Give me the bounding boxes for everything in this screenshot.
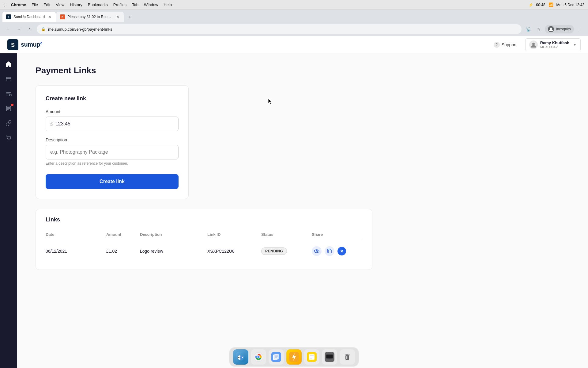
- view-menu[interactable]: View: [56, 2, 64, 7]
- chrome-menu[interactable]: Chrome: [11, 2, 26, 7]
- cell-linkid: XSXPC122U8: [207, 240, 261, 263]
- incognito-button[interactable]: Incognito: [545, 25, 574, 33]
- forward-button[interactable]: →: [15, 25, 23, 33]
- view-link-button[interactable]: [312, 246, 322, 256]
- more-button[interactable]: ⋮: [576, 25, 584, 33]
- address-input-container[interactable]: 🔒 me.sumup.com/en-gb/payment-links: [37, 24, 522, 34]
- address-bar: ← → ↻ 🔒 me.sumup.com/en-gb/payment-links…: [0, 22, 588, 36]
- battery-time: 00:48: [536, 3, 545, 7]
- lock-icon: 🔒: [41, 27, 46, 31]
- dock-chrome[interactable]: [251, 349, 266, 365]
- bookmarks-menu[interactable]: Bookmarks: [88, 2, 108, 7]
- sidebar-item-transactions[interactable]: [2, 88, 15, 100]
- cell-status: PENDING: [261, 240, 312, 263]
- create-link-button[interactable]: Create link: [46, 174, 179, 189]
- svg-text:S: S: [8, 16, 9, 18]
- window-menu[interactable]: Window: [144, 2, 158, 7]
- dock-finder[interactable]: [233, 349, 248, 365]
- svg-point-28: [242, 357, 243, 358]
- svg-point-19: [316, 251, 318, 252]
- sidebar-item-reports[interactable]: [2, 102, 15, 115]
- tab-rocket[interactable]: R Please pay £1.02 to Rocket Ge... ✕: [56, 12, 124, 22]
- svg-point-18: [314, 250, 319, 253]
- menu-bar:  Chrome File Edit View History Bookmark…: [0, 0, 588, 10]
- cell-date: 06/12/2021: [46, 240, 106, 263]
- svg-rect-10: [7, 80, 8, 80]
- dock-display[interactable]: [322, 349, 337, 365]
- new-tab-button[interactable]: +: [126, 13, 134, 21]
- sidebar-item-home[interactable]: [2, 58, 15, 71]
- back-button[interactable]: ←: [4, 25, 12, 33]
- tab-favicon-rocket: R: [60, 14, 65, 19]
- col-header-amount: Amount: [106, 229, 140, 240]
- links-table: Date Amount Description Link ID Status S…: [46, 229, 362, 262]
- status-badge: PENDING: [261, 247, 287, 255]
- profiles-menu[interactable]: Profiles: [113, 2, 126, 7]
- bookmark-icon[interactable]: ☆: [534, 25, 543, 33]
- sumup-logo: S sumup°: [7, 39, 43, 50]
- col-header-linkid: Link ID: [207, 229, 261, 240]
- support-button[interactable]: ? Support: [490, 40, 520, 50]
- create-card-title: Create new link: [46, 95, 179, 102]
- links-table-body: 06/12/2021 £1.02 Logo review XSXPC122U8 …: [46, 240, 362, 263]
- tab-close-rocket[interactable]: ✕: [115, 14, 120, 19]
- svg-rect-20: [328, 250, 331, 253]
- tab-menu[interactable]: Tab: [132, 2, 138, 7]
- sidebar-item-readers[interactable]: [2, 73, 15, 85]
- tab-close-sumup[interactable]: ✕: [47, 14, 52, 19]
- macos-dock: [229, 347, 359, 367]
- create-link-card: Create new link Amount £ Description Ent…: [36, 85, 189, 199]
- svg-rect-47: [326, 355, 333, 358]
- dock-notes[interactable]: [304, 349, 319, 365]
- battery-icon: ⚡: [529, 3, 533, 7]
- user-menu-button[interactable]: Ramy Khuffash MEXH934V ▼: [525, 38, 581, 51]
- user-dropdown-icon: ▼: [573, 43, 577, 47]
- cell-amount: £1.02: [106, 240, 140, 263]
- sumup-logo-icon: S: [7, 39, 18, 50]
- support-icon: ?: [494, 42, 500, 48]
- user-avatar: [529, 40, 538, 49]
- history-menu[interactable]: History: [70, 2, 82, 7]
- support-label: Support: [502, 42, 517, 47]
- dock-trash[interactable]: [340, 349, 355, 365]
- tab-title-sumup: SumUp Dashboard: [13, 15, 45, 19]
- apple-menu[interactable]: : [4, 2, 6, 8]
- col-header-date: Date: [46, 229, 106, 240]
- user-info: Ramy Khuffash MEXH934V: [540, 40, 569, 49]
- incognito-label: Incognito: [556, 27, 571, 31]
- description-label: Description: [46, 137, 179, 142]
- dock-thunderbolt[interactable]: [286, 349, 302, 365]
- reload-button[interactable]: ↻: [26, 25, 34, 33]
- file-menu[interactable]: File: [32, 2, 38, 7]
- col-header-status: Status: [261, 229, 312, 240]
- copy-link-button[interactable]: [325, 246, 334, 256]
- sidebar-item-links[interactable]: [2, 117, 15, 129]
- tab-favicon-sumup: S: [6, 14, 11, 19]
- table-row: 06/12/2021 £1.02 Logo review XSXPC122U8 …: [46, 240, 362, 263]
- browser-window: S SumUp Dashboard ✕ R Please pay £1.02 t…: [0, 10, 588, 36]
- help-menu[interactable]: Help: [164, 2, 172, 7]
- svg-point-17: [9, 140, 10, 140]
- svg-point-32: [258, 356, 260, 358]
- sidebar: [0, 53, 17, 368]
- clock: Mon 6 Dec 12:42: [556, 3, 584, 7]
- wifi-icon: 📶: [548, 2, 553, 7]
- content-wrapper: Payment Links Create new link Amount £ D…: [0, 53, 588, 368]
- svg-rect-51: [345, 355, 349, 360]
- amount-input[interactable]: [55, 121, 174, 127]
- svg-point-26: [240, 355, 244, 360]
- page-title: Payment Links: [36, 66, 570, 75]
- cast-icon[interactable]: 📡: [524, 25, 533, 33]
- tab-sumup-dashboard[interactable]: S SumUp Dashboard ✕: [2, 12, 56, 22]
- sidebar-item-cart[interactable]: [2, 132, 15, 144]
- payment-links-page: Payment Links Create new link Amount £ D…: [17, 53, 588, 368]
- delete-link-button[interactable]: [337, 247, 346, 255]
- description-input[interactable]: [50, 149, 174, 155]
- links-table-header: Date Amount Description Link ID Status S…: [46, 229, 362, 240]
- topbar-right: ? Support Ramy Khuffash MEXH934V ▼: [490, 38, 581, 51]
- description-hint: Enter a description as reference for you…: [46, 161, 179, 166]
- edit-menu[interactable]: Edit: [43, 2, 50, 7]
- share-icons: [312, 246, 362, 256]
- cell-description: Logo review: [140, 240, 207, 263]
- dock-files[interactable]: [269, 349, 284, 365]
